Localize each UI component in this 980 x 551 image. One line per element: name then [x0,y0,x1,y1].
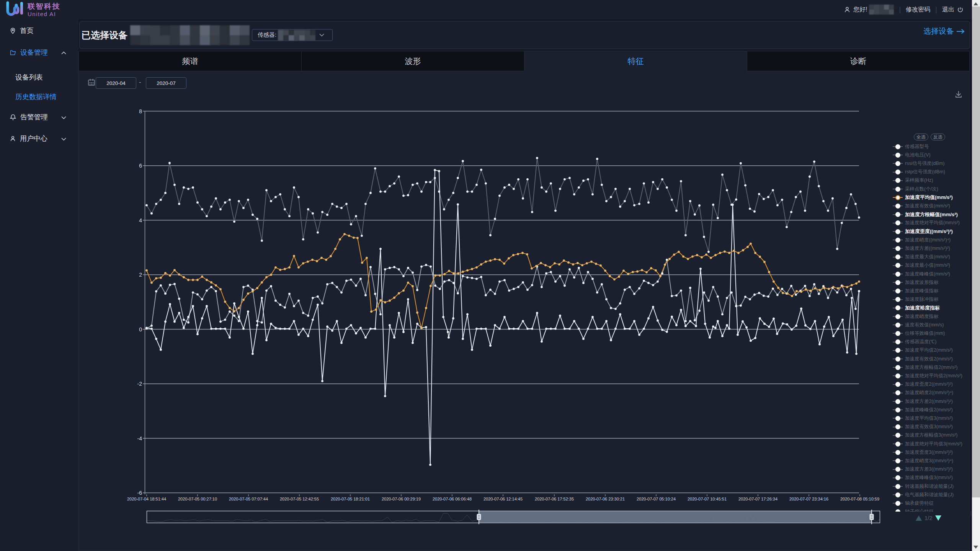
svg-text:2020-07-07 17:26:34: 2020-07-07 17:26:34 [738,497,777,501]
svg-text:2020-07-06 00:29:19: 2020-07-06 00:29:19 [382,497,421,501]
svg-text:-6: -6 [137,490,142,496]
svg-text:2020-07-06 12:14:45: 2020-07-06 12:14:45 [483,497,523,501]
svg-text:2020-07-06 06:06:48: 2020-07-06 06:06:48 [433,497,472,501]
svg-text:2020-07-07 05:10:24: 2020-07-07 05:10:24 [637,497,676,501]
svg-text:2020-07-06 17:52:35: 2020-07-06 17:52:35 [535,497,574,501]
svg-text:2020-07-05 07:07:44: 2020-07-05 07:07:44 [229,497,268,501]
svg-text:2020-07-05 12:42:55: 2020-07-05 12:42:55 [280,497,319,501]
svg-text:8: 8 [139,108,142,114]
svg-text:联智科技: 联智科技 [27,2,60,10]
svg-text:2020-07-08 05:10:59: 2020-07-08 05:10:59 [840,497,879,501]
svg-text:2020-07-05 00:27:10: 2020-07-05 00:27:10 [178,497,217,501]
svg-text:2020-07-04 18:51:44: 2020-07-04 18:51:44 [127,497,166,501]
svg-text:0: 0 [139,326,142,333]
svg-text:2020-07-07 23:34:16: 2020-07-07 23:34:16 [789,497,828,501]
svg-text:United AI: United AI [28,11,56,17]
svg-text:2020-07-07 10:45:51: 2020-07-07 10:45:51 [688,497,727,501]
svg-text:2020-07-06 23:30:21: 2020-07-06 23:30:21 [586,497,625,501]
svg-text:-4: -4 [137,435,142,442]
svg-text:2020-07-05 18:21:01: 2020-07-05 18:21:01 [331,497,370,501]
svg-text:6: 6 [139,163,142,169]
svg-text:2: 2 [139,272,142,278]
svg-text:-2: -2 [137,381,142,387]
svg-text:4: 4 [139,217,142,223]
